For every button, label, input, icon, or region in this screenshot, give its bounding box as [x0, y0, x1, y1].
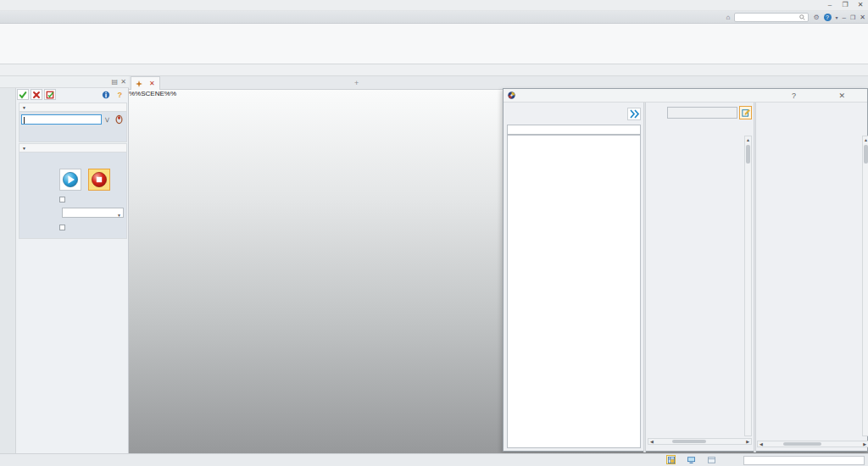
program-window-help-icon[interactable]: ?: [792, 92, 796, 100]
window-close-button[interactable]: ✕: [856, 1, 865, 8]
doc-minimize-button[interactable]: –: [843, 14, 846, 21]
new-tab-button[interactable]: +: [354, 80, 359, 87]
robot-edit-button[interactable]: [739, 106, 752, 119]
simulation-play-button[interactable]: [59, 169, 81, 191]
section-required[interactable]: ▼: [19, 103, 127, 112]
doc-restore-button[interactable]: ❐: [850, 14, 855, 21]
ribbon: [0, 24, 868, 64]
panel-dock-icon[interactable]: ▤: [111, 79, 118, 86]
status-bar: [0, 453, 868, 466]
sample-interval-select[interactable]: ▼: [62, 208, 124, 218]
title-bar: – ❐ ✕: [0, 0, 868, 11]
simulation-dock-panel: ▤ ✕ ? ▼ ⋁: [0, 76, 129, 453]
expand-toolbar-icon[interactable]: [627, 108, 641, 120]
command-search-input[interactable]: [734, 13, 809, 22]
robot-select[interactable]: [667, 107, 737, 119]
draw-trajectory-checkbox[interactable]: [59, 197, 65, 202]
info-icon[interactable]: [100, 89, 112, 100]
commands-vscrollbar[interactable]: ▲: [862, 136, 868, 436]
apply-checkbox-button[interactable]: [44, 89, 56, 100]
status-input[interactable]: [743, 456, 865, 465]
program-parameters-window: ? ✕ ▲ ◀▶ ▲: [503, 88, 868, 452]
program-line-box[interactable]: [507, 125, 641, 135]
status-display-icon[interactable]: [687, 455, 696, 464]
window-minimize-button[interactable]: –: [826, 1, 834, 8]
search-icon: [799, 14, 805, 20]
commands-table[interactable]: [757, 136, 862, 437]
status-doc-icon[interactable]: [707, 455, 716, 464]
ribbon-collapse-icon[interactable]: ▾: [836, 14, 838, 20]
help-icon[interactable]: ?: [824, 14, 832, 21]
simulation-stop-button[interactable]: [88, 169, 110, 191]
document-tab-close-icon[interactable]: ✕: [149, 80, 155, 87]
record-video-checkbox[interactable]: [59, 225, 65, 230]
doc-close-button[interactable]: ✕: [860, 14, 865, 21]
selection-toolbar: [0, 64, 868, 76]
mouse-pick-icon[interactable]: [114, 114, 124, 125]
ribbon-tab-row: ⌂ ⚙ ? ▾ – ❐ ✕: [0, 11, 868, 24]
program-window-header[interactable]: ? ✕: [504, 89, 867, 103]
cancel-button[interactable]: [31, 89, 42, 100]
svg-text:?: ?: [118, 91, 123, 99]
controller-tree: [507, 135, 641, 448]
command-tabs: [759, 106, 868, 117]
settings-gear-icon[interactable]: ⚙: [813, 14, 819, 21]
locations-vscrollbar[interactable]: ▲: [744, 136, 752, 436]
confirm-ok-button[interactable]: [17, 89, 29, 100]
section-settings[interactable]: ▼: [19, 143, 127, 153]
help-question-icon[interactable]: ?: [114, 89, 125, 100]
entity-input[interactable]: [21, 114, 102, 125]
locations-hscrollbar[interactable]: ◀▶: [648, 438, 752, 445]
window-restore-button[interactable]: ❐: [841, 1, 849, 8]
locations-table[interactable]: [648, 136, 744, 437]
document-tab[interactable]: ✕: [131, 76, 160, 90]
irobotcam-logo-icon: [508, 92, 515, 99]
program-window-close-icon[interactable]: ✕: [838, 92, 845, 100]
panel-close-icon[interactable]: ✕: [120, 79, 126, 86]
document-tab-icon: [136, 80, 142, 87]
status-grid-icon[interactable]: [666, 455, 676, 464]
panel-icon-strip: [0, 88, 16, 453]
home-icon[interactable]: ⌂: [726, 14, 731, 21]
expand-chevrons-icon[interactable]: ⋁: [105, 116, 109, 122]
commands-hscrollbar[interactable]: ◀▶: [757, 441, 868, 447]
